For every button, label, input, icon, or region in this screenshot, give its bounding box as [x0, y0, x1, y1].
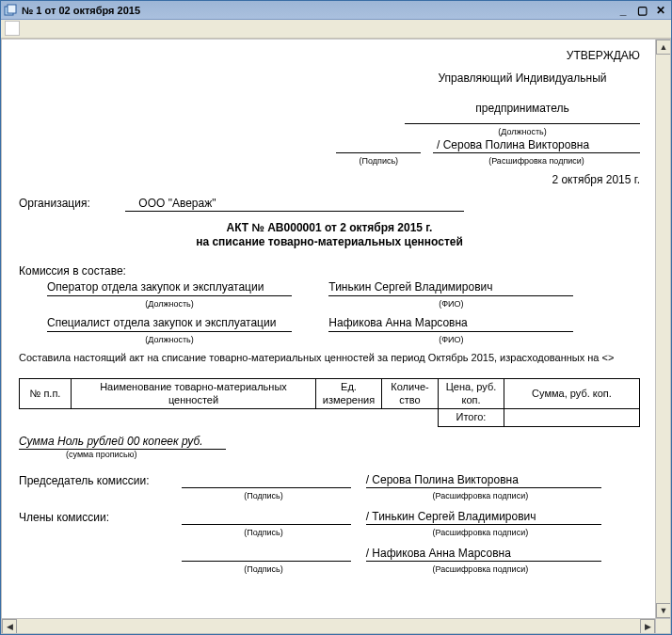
approve-position-caption-row: (Должность)	[19, 124, 640, 138]
committee-row-2: Специалист отдела закупок и эксплуатации…	[47, 316, 640, 332]
sig-chairman-sub: (Подпись) (Расшифровка подписи)	[179, 488, 640, 502]
sig-member-2: / Нафикова Анна Марсовна	[19, 547, 640, 562]
scroll-right-icon[interactable]: ▶	[640, 619, 655, 634]
items-table: № п.п. Наименование товарно-материальных…	[19, 378, 640, 427]
document-body: УТВЕРЖДАЮ Управляющий Индивидуальный пре…	[2, 40, 657, 602]
committee-sub-1: (Должность) (ФИО)	[47, 296, 640, 310]
committee-row-1: Оператор отдела закупок и эксплуатации Т…	[47, 280, 640, 296]
doc-title: АКТ № АВ000001 от 2 октября 2015 г. на с…	[19, 221, 640, 249]
sig-chairman: Председатель комиссии: / Серова Полина В…	[19, 473, 640, 488]
approve-position: Управляющий Индивидуальный предпринимате…	[19, 63, 640, 124]
toolbar	[1, 20, 671, 39]
sum-words-caption: (сумма прописью)	[66, 450, 640, 460]
window-frame: № 1 от 02 октября 2015 _ ▢ ✕ УТВЕРЖДАЮ У…	[0, 0, 672, 635]
approve-block: УТВЕРЖДАЮ Управляющий Индивидуальный пре…	[19, 49, 640, 187]
committee-label: Комиссия в составе:	[19, 264, 640, 278]
table-header-row: № п.п. Наименование товарно-материальных…	[20, 378, 640, 409]
scroll-down-icon[interactable]: ▼	[656, 603, 671, 618]
committee-sub-2: (Должность) (ФИО)	[47, 332, 640, 346]
app-icon	[3, 3, 18, 18]
sig-member-2-sub: (Подпись) (Расшифровка подписи)	[179, 562, 640, 576]
sig-member-1: Члены комиссии: / Тинькин Сергей Владими…	[19, 510, 640, 525]
sum-words-row: Сумма Ноль рублей 00 копеек руб.	[19, 429, 640, 450]
svg-rect-1	[8, 5, 16, 13]
sum-words: Сумма Ноль рублей 00 копеек руб.	[19, 435, 226, 450]
org-value: ООО "Авераж"	[125, 197, 464, 212]
toolbar-button[interactable]	[5, 21, 20, 36]
scrollbar-vertical[interactable]: ▲ ▼	[655, 40, 670, 618]
approve-header: УТВЕРЖДАЮ	[19, 49, 640, 63]
minimize-button[interactable]: _	[615, 3, 632, 18]
scroll-left-icon[interactable]: ◀	[2, 619, 17, 634]
sig-member-1-sub: (Подпись) (Расшифровка подписи)	[179, 525, 640, 539]
approve-date: 2 октября 2015 г.	[19, 173, 640, 187]
table-total-row: Итого:	[20, 409, 640, 427]
titlebar[interactable]: № 1 от 02 октября 2015 _ ▢ ✕	[1, 1, 671, 20]
scroll-up-icon[interactable]: ▲	[656, 40, 671, 55]
window-title: № 1 от 02 октября 2015	[22, 5, 613, 16]
org-row: Организация: ООО "Авераж"	[19, 197, 640, 212]
org-label: Организация:	[19, 197, 122, 211]
scroll-corner	[655, 618, 670, 633]
scrollbar-horizontal[interactable]: ◀ ▶	[2, 618, 655, 633]
document-viewport: УТВЕРЖДАЮ Управляющий Индивидуальный пре…	[1, 39, 671, 634]
approve-sign-caption-row: (Подпись) (Расшифровка подписи)	[19, 153, 640, 167]
approve-sign-row: / Серова Полина Викторовна	[19, 138, 640, 153]
close-button[interactable]: ✕	[652, 3, 669, 18]
maximize-button[interactable]: ▢	[633, 3, 650, 18]
paragraph: Составила настоящий акт на списание това…	[19, 352, 640, 365]
